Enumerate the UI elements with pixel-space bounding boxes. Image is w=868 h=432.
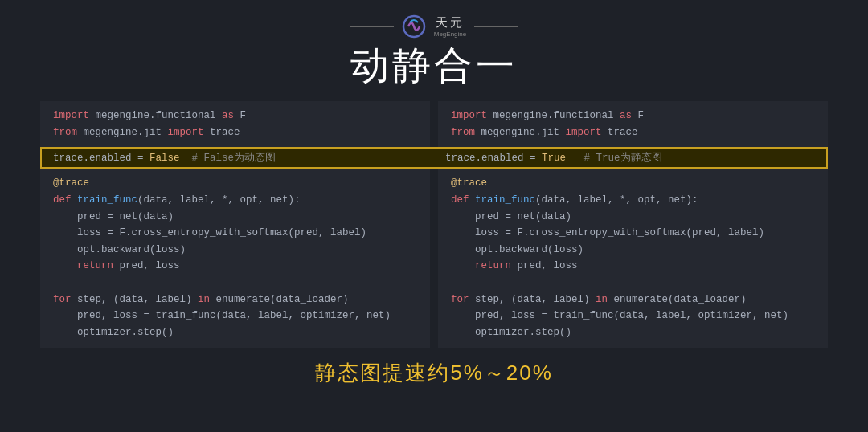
code-line	[53, 275, 417, 291]
code-line: pred, loss = train_func(data, label, opt…	[451, 308, 815, 324]
code-line: return pred, loss	[53, 258, 417, 275]
code-line: for step, (data, label) in enumerate(dat…	[53, 291, 417, 308]
highlight-bar: trace.enabled = False # False为动态图 trace.…	[40, 147, 828, 169]
code-line: from megengine.jit import trace	[53, 124, 417, 141]
left-highlight-line: trace.enabled = False # False为动态图	[42, 149, 434, 167]
code-line: opt.backward(loss)	[53, 242, 417, 259]
code-line	[451, 275, 815, 291]
divider-right	[474, 26, 518, 27]
logo-icon	[402, 14, 426, 39]
main-title: 动静合一	[350, 40, 518, 92]
code-line: loss = F.cross_entropy_with_softmax(pred…	[451, 225, 815, 242]
code-line: @trace	[451, 175, 815, 192]
code-line: pred = net(data)	[53, 209, 417, 226]
divider-left	[350, 26, 394, 27]
code-line: loss = F.cross_entropy_with_softmax(pred…	[53, 225, 417, 242]
code-line: import megengine.functional as F	[53, 108, 417, 124]
imports-row: import megengine.functional as F from me…	[40, 101, 828, 147]
code-line: from megengine.jit import trace	[451, 124, 815, 141]
logo-text-block: 天元 MegEngine	[434, 15, 466, 38]
logo-container: 天元 MegEngine	[350, 14, 518, 39]
code-line: opt.backward(loss)	[451, 242, 815, 259]
left-imports: import megengine.functional as F from me…	[40, 101, 430, 147]
code-line: optimizer.step()	[451, 324, 815, 341]
left-code-body: @trace def train_func(data, label, *, op…	[40, 169, 430, 347]
header: 天元 MegEngine 动静合一	[0, 0, 868, 92]
code-line: import megengine.functional as F	[451, 108, 815, 124]
logo-sub: MegEngine	[434, 31, 466, 38]
right-highlight-line: trace.enabled = True # True为静态图	[434, 149, 826, 167]
right-code-body: @trace def train_func(data, label, *, op…	[438, 169, 828, 347]
code-body-row: @trace def train_func(data, label, *, op…	[40, 169, 828, 347]
right-imports: import megengine.functional as F from me…	[438, 101, 828, 147]
code-line: optimizer.step()	[53, 324, 417, 341]
bottom-text: 静态图提速约5%～20%	[0, 359, 868, 387]
code-line: return pred, loss	[451, 258, 815, 275]
code-line: @trace	[53, 175, 417, 192]
code-line: for step, (data, label) in enumerate(dat…	[451, 291, 815, 308]
code-line: def train_func(data, label, *, opt, net)…	[451, 192, 815, 209]
logo-text: 天元	[436, 15, 465, 31]
code-line: pred, loss = train_func(data, label, opt…	[53, 308, 417, 324]
code-line: pred = net(data)	[451, 209, 815, 226]
code-line: def train_func(data, label, *, opt, net)…	[53, 192, 417, 209]
